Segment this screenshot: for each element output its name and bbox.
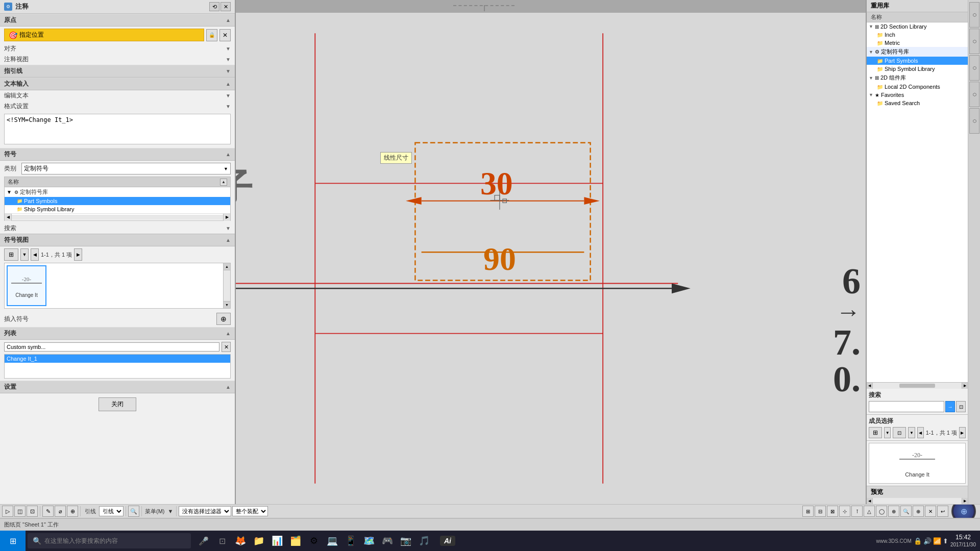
zoom-icon[interactable]: ⊕ xyxy=(953,504,974,518)
lock-icon-btn[interactable]: 🔒 xyxy=(206,29,217,41)
tree-item-root[interactable]: ▼ ⚙ 定制符号库 xyxy=(5,187,230,197)
taskbar-icon-app2[interactable]: 🗂️ xyxy=(287,532,304,550)
taskbar-icon-app7[interactable]: 🎮 xyxy=(379,532,396,550)
taskbar-search[interactable]: 🔍 在这里输入你要搜索的内容 xyxy=(28,533,191,548)
toolbar-right-icon-8[interactable]: ⊕ xyxy=(888,506,899,517)
right-tree-part-symbols[interactable]: 📁 Part Symbols xyxy=(867,57,968,65)
member-filter-btn[interactable]: ⊡ xyxy=(893,427,906,438)
toolbar-right-icon-3[interactable]: ⊠ xyxy=(827,506,838,517)
toolbar-icon-6[interactable]: ⊕ xyxy=(67,506,78,517)
toolbar-right-icon-10[interactable]: ⊕ xyxy=(913,506,924,517)
insert-icon-btn[interactable]: ⊕ xyxy=(216,313,231,325)
tree-custom-symbol[interactable]: ▼ ⚙ 定制符号库 xyxy=(867,47,968,57)
tray-icon-1[interactable]: 🔒 xyxy=(914,537,922,545)
settings-header[interactable]: 设置 ▲ xyxy=(0,381,235,393)
toolbar-icon-2[interactable]: ◫ xyxy=(14,506,26,517)
edit-text-row[interactable]: 编辑文本 ▼ xyxy=(0,90,235,101)
tree-h-scroll-left[interactable]: ◀ xyxy=(867,383,873,389)
toolbar-icon-7[interactable]: 🔍 xyxy=(128,506,139,517)
member-view-dropdown[interactable]: ▼ xyxy=(884,427,891,438)
member-view-btn[interactable]: ⊞ xyxy=(869,427,882,438)
tree-item-part-symbols[interactable]: 📁 Part Symbols xyxy=(5,197,230,205)
origin-section-header[interactable]: 原点 ▲ xyxy=(0,14,235,27)
format-row[interactable]: 格式设置 ▼ xyxy=(0,101,235,112)
toolbar-right-icon-2[interactable]: ⊟ xyxy=(815,506,826,517)
toolbar-right-icon-11[interactable]: ✕ xyxy=(925,506,936,517)
list-search-input[interactable] xyxy=(4,342,219,352)
preview-scroll-down[interactable]: ▼ xyxy=(224,301,231,308)
symbol-view-row[interactable]: 符号视图 ▲ xyxy=(0,234,235,246)
right-search-filter-btn[interactable]: ⊡ xyxy=(956,401,966,412)
symbol-item-change-it[interactable]: -20- Change It xyxy=(7,265,46,306)
right-search-go-btn[interactable]: → xyxy=(945,401,955,412)
toolbar-icon-3[interactable]: ⊡ xyxy=(27,506,38,517)
close-dialog-btn[interactable]: 关闭 xyxy=(99,397,136,411)
taskbar-icon-app9[interactable]: 🎵 xyxy=(415,532,433,550)
taskbar-icon-app3[interactable]: ⚙ xyxy=(305,532,323,550)
vertical-tab-3[interactable]: ⬡ xyxy=(969,55,979,81)
preview-h-scroll-right[interactable]: ▶ xyxy=(962,498,968,504)
page-last-btn[interactable]: ▶ xyxy=(74,248,82,261)
ai-badge[interactable]: Ai xyxy=(440,536,455,546)
toolbar-right-icon-9[interactable]: 🔍 xyxy=(900,506,912,517)
vertical-tab-5[interactable]: ⬡ xyxy=(969,108,979,134)
member-filter-dropdown[interactable]: ▼ xyxy=(908,427,915,438)
toolbar-right-icon-4[interactable]: ⊹ xyxy=(839,506,850,517)
tree-2d-components[interactable]: ▼ ⊞ 2D 组件库 xyxy=(867,73,968,83)
preview-h-scroll-left[interactable]: ◀ xyxy=(867,498,873,504)
vertical-tab-2[interactable]: ⬡ xyxy=(969,29,979,54)
taskbar-icon-app5[interactable]: 📱 xyxy=(342,532,359,550)
search-row[interactable]: 搜索 ▼ xyxy=(0,223,235,234)
vertical-tab-4[interactable]: ⬡ xyxy=(969,82,979,107)
specify-location-btn[interactable]: 🎯 指定位置 xyxy=(4,29,204,41)
toolbar-right-icon-5[interactable]: ⊺ xyxy=(851,506,863,517)
tree-2d-section[interactable]: ▼ ⊞ 2D Section Library xyxy=(867,22,968,31)
tray-icon-3[interactable]: 📶 xyxy=(933,537,941,545)
view-row[interactable]: 注释视图 ▼ xyxy=(0,54,235,65)
taskbar-icon-app1[interactable]: 📊 xyxy=(268,532,286,550)
tray-icon-4[interactable]: ⬆ xyxy=(943,537,948,545)
taskbar-icon-browser[interactable]: 🦊 xyxy=(232,532,249,550)
right-tree-ship-symbol[interactable]: 📁 Ship Symbol Library xyxy=(867,65,968,73)
type-select[interactable]: 定制符号 ▼ xyxy=(21,163,231,174)
preview-scroll-up[interactable]: ▲ xyxy=(224,263,231,270)
tree-item-ship-symbol[interactable]: 📁 Ship Symbol Library xyxy=(5,205,230,213)
text-input-header[interactable]: 文本输入 ▲ xyxy=(0,78,235,90)
list-row-change-it[interactable]: Change It_1 xyxy=(5,355,230,363)
align-row[interactable]: 对齐 ▼ xyxy=(0,43,235,54)
tray-icon-2[interactable]: 🔊 xyxy=(923,537,932,545)
right-search-input[interactable] xyxy=(869,401,944,412)
leader-header[interactable]: 指引线 ▼ xyxy=(0,65,235,78)
clock[interactable]: 15:42 2017/11/30 xyxy=(950,534,976,548)
tree-scroll-up[interactable]: ▲ xyxy=(220,179,227,186)
tree-favorites[interactable]: ▼ ★ Favorites xyxy=(867,91,968,99)
taskbar-icon-voice[interactable]: 🎤 xyxy=(195,532,212,550)
dialog-restore-btn[interactable]: ⟲ xyxy=(209,2,219,11)
taskbar-icon-folder[interactable]: 📁 xyxy=(250,532,267,550)
start-button[interactable]: ⊞ xyxy=(0,531,26,551)
member-page-last[interactable]: ▶ xyxy=(959,427,966,438)
symbol-header[interactable]: 符号 ▲ xyxy=(0,148,235,161)
tree-scroll-left[interactable]: ◀ xyxy=(5,214,12,221)
toolbar-icon-5[interactable]: ⌀ xyxy=(55,506,66,517)
text-content-area[interactable]: <![CDATA[<!SYM=Change It_1>]]> xyxy=(4,114,231,144)
taskbar-icon-app4[interactable]: 💻 xyxy=(324,532,341,550)
dialog-close-btn[interactable]: ✕ xyxy=(220,2,231,11)
tree-h-scroll-right[interactable]: ▶ xyxy=(962,383,968,389)
tree-inch[interactable]: 📁 Inch xyxy=(867,31,968,39)
list-clear-btn[interactable]: ✕ xyxy=(222,342,231,352)
toolbar-icon-4[interactable]: ✎ xyxy=(42,506,54,517)
taskbar-icon-multitask[interactable]: ⊡ xyxy=(213,532,231,550)
tree-local-2d[interactable]: 📁 Local 2D Components xyxy=(867,83,968,91)
tree-metric[interactable]: 📁 Metric xyxy=(867,39,968,47)
toolbar-icon-1[interactable]: ▷ xyxy=(2,506,13,517)
toolbar-right-icon-12[interactable]: ↩ xyxy=(937,506,948,517)
toolbar-right-icon-7[interactable]: ◯ xyxy=(876,506,887,517)
view-mode-btn[interactable]: ⊞ xyxy=(4,248,18,261)
view-dropdown[interactable]: ▼ xyxy=(20,248,29,261)
page-first-btn[interactable]: ◀ xyxy=(31,248,39,261)
close-icon-btn[interactable]: ✕ xyxy=(219,29,231,41)
toolbar-filter-select[interactable]: 没有选择过滤器 xyxy=(179,506,231,516)
toolbar-right-icon-6[interactable]: △ xyxy=(864,506,875,517)
tree-scroll-right[interactable]: ▶ xyxy=(223,214,230,221)
